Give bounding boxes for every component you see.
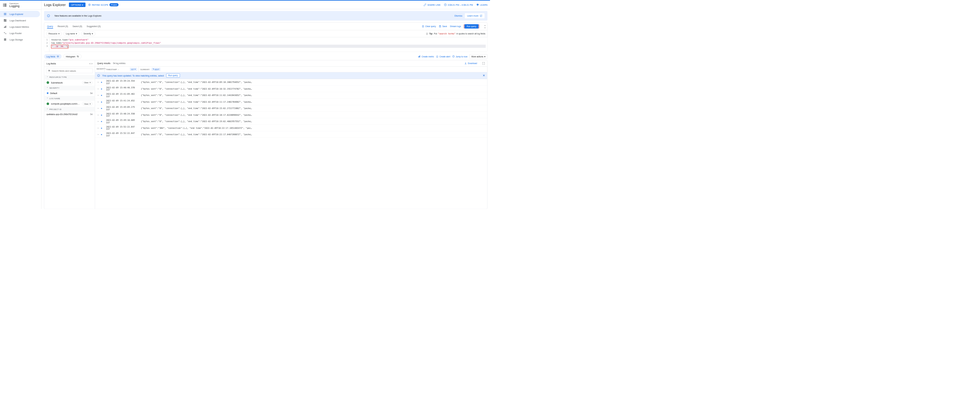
log-fields-search[interactable] [46,68,93,73]
learn-button[interactable]: LEARN [476,3,487,6]
log-summary: {"bytes_sent":"0", "connection":{…}, "en… [138,100,486,103]
expand-icon[interactable]: › [97,81,100,84]
log-timestamp: 2022-02-09 15:48:24.558 IST [104,113,138,117]
item-subnetwork[interactable]: Subnetwork Clear✕ [45,80,95,86]
col-timestamp[interactable]: TIMESTAMP ↑ IST▾ [105,67,139,72]
run-query-inline-button[interactable]: Run query [166,74,180,78]
item-vpc-flows[interactable]: compute.googleapis.com/vpc_fl… Clear✕ [45,101,95,107]
log-row[interactable]: ›✱2022-02-09 15:52:22.847 IST{"bytes_sen… [95,125,487,131]
group-label: PROJECT ID [49,108,62,110]
summary-label: SUMMARY [140,68,150,70]
sidebar-item-logs-based-metrics[interactable]: Logs-based Metrics [0,24,41,30]
log-timestamp: 2022-02-09 15:45:09.275 IST [104,106,138,111]
graduation-cap-icon [476,3,479,6]
edit-summary-button[interactable]: ✎EDIT [151,68,161,71]
clear-vpc-flows[interactable]: Clear✕ [82,102,92,105]
log-fields-toggle[interactable]: Log fields [44,54,62,59]
chevron-up-icon: ▴ [485,27,485,29]
search-tip: Tip: Put "search terms" in quotes to sea… [426,33,485,35]
time-range-label: 3:08:21 PM – 4:08:21 PM [447,3,473,6]
log-row[interactable]: ›✱2022-02-09 15:41:09.462 IST{"bytes_sen… [95,92,487,99]
histogram-toggle[interactable]: Histogram [64,54,82,59]
group-project-id[interactable]: ⌃PROJECT ID [45,107,95,111]
severity-default-icon: ✱ [100,100,104,103]
trash-icon [422,25,424,28]
expand-collapse-toggle[interactable]: ▾ ▴ [485,25,485,28]
sidebar-item-logs-router[interactable]: Logs Router [0,30,41,37]
fullscreen-icon[interactable] [482,62,485,65]
clock-icon [452,55,455,58]
eye-icon [56,55,59,58]
severity-filter[interactable]: Severity▾ [81,32,95,36]
log-row[interactable]: ›✱2022-02-09 15:49:10.009 IST{"bytes_sen… [95,118,487,125]
log-name-filter[interactable]: Log name▾ [64,32,80,36]
refine-scope-button[interactable]: REFINE SCOPE Project [88,3,119,6]
query-editor[interactable]: 123 resource.type="gce_subnetwork" log_n… [45,37,487,52]
log-summary: {"bytes_sent":"0", "connection":{…}, "en… [138,107,486,110]
resource-filter[interactable]: Resource▾ [46,32,62,36]
item-default[interactable]: ✱ Default 54 [45,91,95,96]
stream-logs-button[interactable]: Stream logs [450,25,461,28]
sidebar-item-logs-dashboard[interactable]: Logs Dashboard [0,17,41,24]
expand-icon[interactable]: › [97,94,100,97]
log-row[interactable]: ›✱2022-02-09 15:40:40.378 IST{"bytes_sen… [95,86,487,92]
banner-text: New features are available in the Logs E… [52,15,452,17]
eye-off-icon [76,55,79,58]
code-token: resource.type= [51,38,68,41]
create-metric-button[interactable]: Create metric [418,55,434,58]
close-icon: ✕ [89,82,91,84]
sidebar-item-logs-explorer[interactable]: Logs Explorer [0,11,40,17]
code-token: "projects/qwiklabs-gcp-03-290d7f219dd2/l… [62,42,161,45]
save-button[interactable]: Save [439,25,447,28]
sidebar-item-label: Logs-based Metrics [10,25,29,28]
chevron-down-icon: ▾ [76,33,77,35]
create-alert-button[interactable]: Create alert [436,55,450,58]
group-resource-type[interactable]: ⌃RESOURCE TYPE [45,75,95,80]
sidebar-item-logs-storage[interactable]: Logs Storage [0,37,41,43]
download-button[interactable]: Download [465,62,477,65]
bell-icon [436,55,438,58]
share-link-button[interactable]: SHARE LINK [424,3,441,6]
severity-default-icon: ✱ [100,133,104,136]
tab-recent[interactable]: Recent (9) [58,24,68,29]
search-input[interactable] [52,70,91,72]
item-project[interactable]: qwiklabs-gcp-03-290d7f219dd2 54 [45,111,95,117]
tab-saved[interactable]: Saved (0) [72,24,82,29]
log-summary: {"bytes_sent":"384", "connection":{…}, "… [138,127,486,129]
expand-icon[interactable]: › [97,127,100,129]
group-log-name[interactable]: ⌃LOG NAME [45,96,95,101]
clear-subnetwork[interactable]: Clear✕ [82,81,92,84]
tab-suggested[interactable]: Suggested (0) [87,24,101,29]
options-button[interactable]: OPTIONS ▾ [69,3,86,7]
log-row[interactable]: ›✱2022-02-09 15:45:09.275 IST{"bytes_sen… [95,105,487,112]
svg-rect-22 [440,25,441,26]
jump-to-now-button[interactable]: Jump to now [452,55,467,58]
timezone-badge[interactable]: IST▾ [130,68,137,71]
expand-icon[interactable]: › [97,87,100,90]
clear-query-button[interactable]: Clear query [422,25,436,28]
learn-more-button[interactable]: Learn more [465,13,485,19]
more-actions-button[interactable]: More actions ▾ [469,54,487,59]
group-severity[interactable]: ⌃SEVERITY [45,86,95,91]
time-range-picker[interactable]: 3:08:21 PM – 4:08:21 PM [444,3,473,6]
scope-icon [88,3,91,6]
tab-query[interactable]: Query [47,24,53,29]
log-row[interactable]: ›✱2022-02-09 15:48:24.558 IST{"bytes_sen… [95,111,487,118]
expand-icon[interactable]: › [97,100,100,103]
expand-icon[interactable]: › [97,120,100,123]
col-severity[interactable]: SEVERITY [95,67,105,72]
run-query-button[interactable]: Run query [465,24,479,29]
svg-rect-27 [419,56,420,57]
stream-logs-label: Stream logs [450,25,461,28]
sidebar-item-label: Logs Storage [10,38,23,41]
code-brackets-icon[interactable]: < > [89,62,92,65]
log-fields-label: Log fields [46,55,56,58]
close-notice-button[interactable]: ✕ [483,74,485,77]
expand-icon[interactable]: › [97,107,100,110]
expand-icon[interactable]: › [97,133,100,136]
log-row[interactable]: ›✱2022-02-09 15:52:22.847 IST{"bytes_sen… [95,131,487,138]
log-row[interactable]: ›✱2022-02-09 15:39:24.554 IST{"bytes_sen… [95,79,487,86]
expand-icon[interactable]: › [97,113,100,116]
log-row[interactable]: ›✱2022-02-09 15:41:24.052 IST{"bytes_sen… [95,99,487,105]
dismiss-button[interactable]: Dismiss [455,15,463,17]
